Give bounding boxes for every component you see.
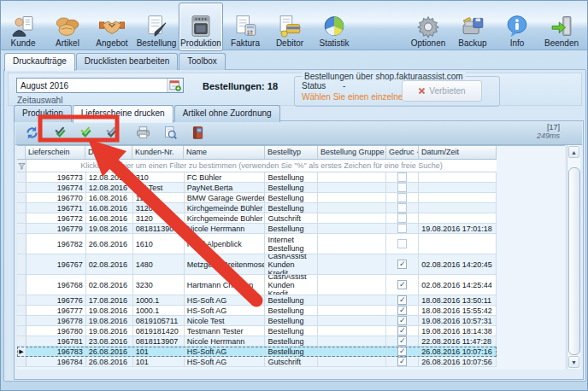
table-row[interactable]: ▶19678326.08.2016101HS-Soft AGBestellung… xyxy=(17,347,497,357)
column-header-gedruckt[interactable]: Gedruc▲ xyxy=(386,146,419,159)
toolbar-item-artikel[interactable]: Artikel xyxy=(45,3,90,51)
subtab-artikel-ohne-zuordnung[interactable]: Artikel ohne Zuordnung xyxy=(174,105,280,122)
table-row[interactable]: 19677116.08.20163120Kirchgemeinde Bühler… xyxy=(17,203,497,213)
printed-checkbox[interactable] xyxy=(397,224,407,233)
cell-name: Hartmann Christian xyxy=(185,275,266,295)
table-row[interactable]: 19677719.08.20161000.1HS-Soft AGBestellu… xyxy=(17,306,497,316)
table-row[interactable]: 19678123.08.20160818113907Nicole Herrman… xyxy=(17,336,497,347)
column-header-kd[interactable]: Kunden-Nr. xyxy=(132,146,184,159)
toolbar-item-bestellung[interactable]: Bestellung xyxy=(134,3,179,51)
column-header-name[interactable]: Name xyxy=(184,146,265,159)
table-row[interactable]: 19678226.08.20161610Hotel AlpenblickInte… xyxy=(17,234,497,254)
cell-typ: Bestellung xyxy=(265,316,318,325)
table-row[interactable]: 19677819.08.20160819105711Nicole TestBes… xyxy=(17,316,497,326)
refresh-button[interactable] xyxy=(21,124,43,142)
printed-checkbox[interactable] xyxy=(397,203,407,213)
printed-checkbox[interactable] xyxy=(397,326,407,336)
date-range-value[interactable]: August 2016 xyxy=(17,79,167,92)
table-row[interactable]: 19676802.08.20163230Hartmann ChristianCa… xyxy=(17,275,497,295)
table-row[interactable]: 19677016.08.20161245BMW Garage GwerderBe… xyxy=(17,193,497,203)
column-header-typ[interactable]: Bestelltyp xyxy=(265,146,318,159)
cell-datum: 26.08.2016 xyxy=(86,234,133,254)
forbid-button[interactable]: Verbieten xyxy=(402,80,482,102)
table-row[interactable]: 19678019.08.20160819181420Testmann Teste… xyxy=(17,326,497,336)
print-button[interactable] xyxy=(132,124,154,142)
cell-gedruckt xyxy=(386,193,419,202)
calendar-icon xyxy=(169,79,181,91)
toolbar-item-statistik[interactable]: Statistik xyxy=(312,3,356,51)
toolbar-item-produktion[interactable]: Produktion xyxy=(179,3,223,51)
cell-name: Kirchgemeinde Bühler xyxy=(185,213,266,223)
row-indicator: ▶ xyxy=(17,347,26,356)
print-checked-green-button[interactable] xyxy=(75,124,97,142)
printed-checkbox[interactable] xyxy=(397,336,407,346)
print-checked-mixed-button[interactable] xyxy=(50,124,72,142)
column-header-zeit[interactable]: Datum/Zeit xyxy=(419,146,497,159)
column-header-label: Lieferschein xyxy=(28,148,70,159)
cell-zeit xyxy=(419,213,497,223)
cell-typ: Bestellung xyxy=(265,306,318,315)
printed-checkbox[interactable] xyxy=(397,183,407,192)
table-row[interactable]: 19677617.08.20161000.1HS-Soft AGBestellu… xyxy=(17,295,497,306)
printed-checkbox[interactable] xyxy=(397,193,407,202)
print-preview-icon xyxy=(163,125,178,140)
cell-gedruckt xyxy=(386,306,419,315)
table-row[interactable]: 19677312.08.2016310FC BühlerBestellung xyxy=(17,172,497,183)
date-picker-button[interactable] xyxy=(167,79,183,92)
handshake-icon xyxy=(99,14,125,38)
toolbar-item-kunde[interactable]: Kunde xyxy=(1,3,45,51)
cell-zeit: 18.08.2016 15:55:42 xyxy=(419,306,497,315)
table-row[interactable]: 19677412.08.2016PN.TestPayNet.BertaBeste… xyxy=(17,183,497,193)
printed-checkbox[interactable] xyxy=(397,347,407,356)
printed-checkbox[interactable] xyxy=(397,280,407,289)
toolbar-item-optionen[interactable]: Optionen xyxy=(406,3,450,51)
toolbar-item-angebot[interactable]: Angebot xyxy=(90,3,134,51)
table-row[interactable]: 19677216.08.20163120Kirchgemeinde Bühler… xyxy=(17,213,497,224)
printed-checkbox[interactable] xyxy=(397,239,407,248)
oven-icon xyxy=(188,14,214,38)
printed-checkbox[interactable] xyxy=(397,316,407,325)
cell-name: BMW Garage Gwerder xyxy=(185,193,266,202)
record-count-label: [17] xyxy=(547,123,560,131)
vertical-scrollbar[interactable]: ▲ ▼ xyxy=(567,145,580,369)
printed-checkbox[interactable] xyxy=(397,295,407,305)
print-checked-dark-button[interactable] xyxy=(101,124,123,142)
row-indicator xyxy=(17,306,26,315)
printed-checkbox[interactable] xyxy=(397,357,407,366)
printed-checkbox[interactable] xyxy=(397,213,407,223)
report-button[interactable] xyxy=(186,124,209,142)
printed-checkbox[interactable] xyxy=(397,260,407,269)
column-header-ls[interactable]: Lieferschein xyxy=(26,146,85,159)
print-preview-button[interactable] xyxy=(159,124,181,142)
cell-ls: 196778 xyxy=(26,316,86,325)
toolbar-item-faktura[interactable]: Faktura xyxy=(223,3,268,51)
tab-drucklisten-bearbeiten[interactable]: Drucklisten bearbeiten xyxy=(76,53,179,70)
toolbar-item-beenden[interactable]: Beenden xyxy=(539,3,584,51)
tab-toolbox[interactable]: Toolbox xyxy=(179,53,225,70)
table-row[interactable]: 19678426.08.2016101HS-Soft AGGutschrift2… xyxy=(17,357,497,367)
printer-icon xyxy=(136,125,150,140)
cell-zeit: 26.08.2016 10:07:56 xyxy=(419,357,497,366)
toolbar-item-info[interactable]: Info xyxy=(495,3,539,51)
table-row[interactable]: 19677919.08.20160818113907Nicole Herrman… xyxy=(17,224,497,234)
printed-checkbox[interactable] xyxy=(397,306,407,315)
printed-checkbox[interactable] xyxy=(397,172,407,182)
toolbar-item-backup[interactable]: Backup xyxy=(450,3,495,51)
cell-typ: Gutschrift xyxy=(265,357,318,366)
column-header-gruppe[interactable]: Bestellung Gruppe xyxy=(318,146,386,159)
tab-druckauftraege[interactable]: Druckaufträge xyxy=(4,53,75,71)
grid-filter-row[interactable]: Klicken Sie hier um einen Filter zu best… xyxy=(17,160,497,172)
subtab-produktion[interactable]: Produktion xyxy=(14,105,72,122)
date-range-input[interactable]: August 2016 xyxy=(16,78,184,93)
toolbar-item-label: Angebot xyxy=(96,38,127,48)
scroll-down-button[interactable]: ▼ xyxy=(568,356,579,368)
table-row[interactable]: 19676702.08.20161480Metzgerei Breitenmos… xyxy=(17,254,497,275)
toolbar-item-debitor[interactable]: Debitor xyxy=(268,3,312,51)
scroll-up-button[interactable]: ▲ xyxy=(568,146,579,158)
subtab-lieferscheine-drucken[interactable]: Lieferscheine drucken xyxy=(73,105,173,123)
check-green-icon xyxy=(79,125,94,140)
cell-datum: 16.08.2016 xyxy=(86,213,133,223)
scrollbar-thumb[interactable] xyxy=(568,167,580,355)
column-header-datum[interactable]: Datum xyxy=(85,146,132,159)
debtor-icon xyxy=(277,14,303,38)
